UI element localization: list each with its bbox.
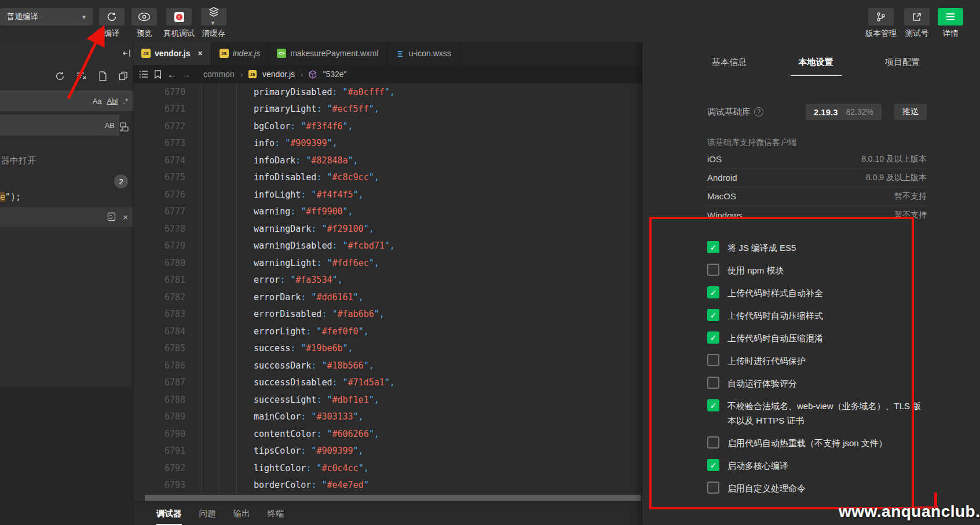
code-text: errorDisabled: "#fab6b6", xyxy=(185,309,385,319)
line-number: 6787 xyxy=(133,377,185,388)
toolbar-action-refresh: 编译 xyxy=(98,8,125,39)
regex-toggle[interactable]: .* xyxy=(123,97,128,105)
preserve-case-toggle[interactable]: AB xyxy=(105,121,115,130)
editor-tab-vendor.js[interactable]: JSvendor.js× xyxy=(133,42,211,65)
breadcrumb-file[interactable]: vendor.js xyxy=(262,70,295,79)
replace-input[interactable]: AB xyxy=(0,115,119,136)
close-icon[interactable]: × xyxy=(123,212,128,222)
checkbox-unchecked[interactable] xyxy=(707,264,719,276)
wechat-devtools-window: 普通编译 ▼ 编译预览!真机调试▼清缓存 版本管理测试号详情 xyxy=(0,0,980,525)
预览-button[interactable] xyxy=(131,8,157,25)
outline-icon[interactable] xyxy=(139,70,148,78)
setting-option[interactable]: ✓上传代码时样式自动补全 xyxy=(707,286,927,300)
code-punct: ", xyxy=(369,104,379,114)
horizontal-scrollbar[interactable] xyxy=(133,494,642,502)
checkbox-unchecked[interactable] xyxy=(707,436,719,449)
editor-tab-makesurePayment.wxml[interactable]: <>makesurePayment.wxml xyxy=(269,42,387,65)
new-search-editor-icon[interactable] xyxy=(98,71,107,81)
code-key: info xyxy=(254,138,275,148)
详情-button[interactable] xyxy=(938,8,963,25)
code-line: 6772bgColor: "#f3f4f6", xyxy=(133,118,642,135)
breadcrumb-symbol[interactable]: "532e" xyxy=(323,70,346,79)
search-input[interactable]: Aa Abl .* xyxy=(0,90,133,111)
match-case-toggle[interactable]: Aa xyxy=(93,97,102,105)
setting-option[interactable]: 自动运行体验评分 xyxy=(707,376,927,391)
refresh-search-icon[interactable] xyxy=(55,71,65,81)
setting-option[interactable]: 使用 npm 模块 xyxy=(707,263,927,278)
base-library-version-select[interactable]: 2.19.3 82.32% xyxy=(806,104,882,120)
collapse-sidebar-icon[interactable] xyxy=(122,49,131,58)
code-line: 6792lightColor: "#c0c4cc", xyxy=(133,460,642,477)
setting-option[interactable]: ✓上传代码时自动压缩混淆 xyxy=(707,331,927,345)
tab-label: index.js xyxy=(233,49,260,58)
setting-option[interactable]: ✓不校验合法域名、web-view（业务域名）、TLS 版本以及 HTTPS 证… xyxy=(707,399,927,428)
search-result-text[interactable]: 器中打开 xyxy=(0,155,133,166)
close-tab-icon[interactable]: × xyxy=(198,49,202,58)
editor-tab-u-icon.wxss[interactable]: Ξu-icon.wxss xyxy=(387,42,460,65)
setting-option-label: 自动运行体验评分 xyxy=(727,376,797,391)
clear-results-icon[interactable] xyxy=(76,71,87,81)
bottom-tab-调试器[interactable]: 调试器 xyxy=(156,508,182,525)
版本管理-button[interactable] xyxy=(868,8,894,25)
panel-tab-项目配置[interactable]: 项目配置 xyxy=(885,57,920,76)
setting-option-label: 使用 npm 模块 xyxy=(727,263,784,278)
breadcrumb-folder[interactable]: common xyxy=(203,70,235,79)
tab-label: vendor.js xyxy=(155,49,190,58)
nav-forward-icon[interactable]: → xyxy=(182,70,191,79)
code-key: lightColor xyxy=(254,463,306,473)
编译-button[interactable] xyxy=(99,8,125,25)
replace-all-icon[interactable] xyxy=(119,122,130,132)
checkbox-checked[interactable]: ✓ xyxy=(707,399,719,411)
code-punct: ", xyxy=(353,189,364,200)
checkbox-checked[interactable]: ✓ xyxy=(707,309,719,321)
checkbox-unchecked[interactable] xyxy=(707,482,719,494)
scrollbar-thumb[interactable] xyxy=(145,495,641,501)
code-editor[interactable]: 6770primaryDisabled: "#a0cfff",6771prima… xyxy=(133,83,642,494)
bookmark-icon[interactable] xyxy=(154,70,162,79)
breadcrumb: ← → common › JS vendor.js › "532e" xyxy=(133,65,642,83)
清缓存-button[interactable]: ▼ xyxy=(201,8,226,25)
search-match-line[interactable]: e"); xyxy=(0,192,133,202)
line-number: 6779 xyxy=(133,240,185,251)
editor-tab-index.js[interactable]: JSindex.js xyxy=(211,42,269,65)
setting-option[interactable]: ✓启动多核心编译 xyxy=(707,458,927,473)
find-options-icon[interactable] xyxy=(107,212,116,221)
checkbox-checked[interactable]: ✓ xyxy=(707,241,719,253)
code-text: infoLight: "#f4f4f5", xyxy=(185,189,364,200)
code-punct: ", xyxy=(327,138,337,148)
bottom-tab-问题[interactable]: 问题 xyxy=(199,508,216,525)
setting-option[interactable]: ✓上传代码时自动压缩样式 xyxy=(707,308,927,323)
setting-option[interactable]: 启用代码自动热重载（不支持 json 文件） xyxy=(707,436,927,450)
compile-mode-select[interactable]: 普通编译 ▼ xyxy=(0,8,93,25)
checkbox-checked[interactable]: ✓ xyxy=(707,286,719,298)
push-button[interactable]: 推送 xyxy=(894,104,927,120)
checkbox-unchecked[interactable] xyxy=(707,377,719,389)
code-key: tipsColor xyxy=(254,446,301,456)
copy-results-icon[interactable] xyxy=(119,71,128,81)
code-punct: : " xyxy=(316,104,332,114)
setting-option[interactable]: 上传时进行代码保护 xyxy=(707,353,927,368)
setting-option-label: 将 JS 编译成 ES5 xyxy=(727,240,796,255)
真机调试-button[interactable]: ! xyxy=(166,8,192,25)
bottom-tab-终端[interactable]: 终端 xyxy=(268,508,284,525)
code-value: #a0cfff xyxy=(348,87,385,97)
code-value: #82848a xyxy=(311,155,348,166)
whole-word-toggle[interactable]: Abl xyxy=(107,97,118,105)
测试号-button[interactable] xyxy=(904,8,930,25)
panel-tab-基本信息[interactable]: 基本信息 xyxy=(712,57,747,76)
toolbar-button-label: 编译 xyxy=(104,28,120,39)
result-count-row: 2 xyxy=(0,174,133,188)
code-key: primaryDisabled xyxy=(254,87,332,97)
bottom-tab-输出[interactable]: 输出 xyxy=(233,508,250,525)
platform-support-list: iOS8.0.10 及以上版本Android8.0.9 及以上版本MacOS暂不… xyxy=(707,150,927,224)
nav-back-icon[interactable]: ← xyxy=(167,70,176,79)
code-punct: ", xyxy=(343,121,353,132)
checkbox-checked[interactable]: ✓ xyxy=(707,459,719,471)
setting-option[interactable]: ✓将 JS 编译成 ES5 xyxy=(707,240,927,255)
checkbox-checked[interactable]: ✓ xyxy=(707,331,719,344)
help-icon[interactable]: ? xyxy=(754,107,763,116)
line-number: 6790 xyxy=(133,429,185,439)
setting-option[interactable]: 启用自定义处理命令 xyxy=(707,481,927,495)
checkbox-unchecked[interactable] xyxy=(707,354,719,366)
panel-tab-本地设置[interactable]: 本地设置 xyxy=(799,57,833,76)
